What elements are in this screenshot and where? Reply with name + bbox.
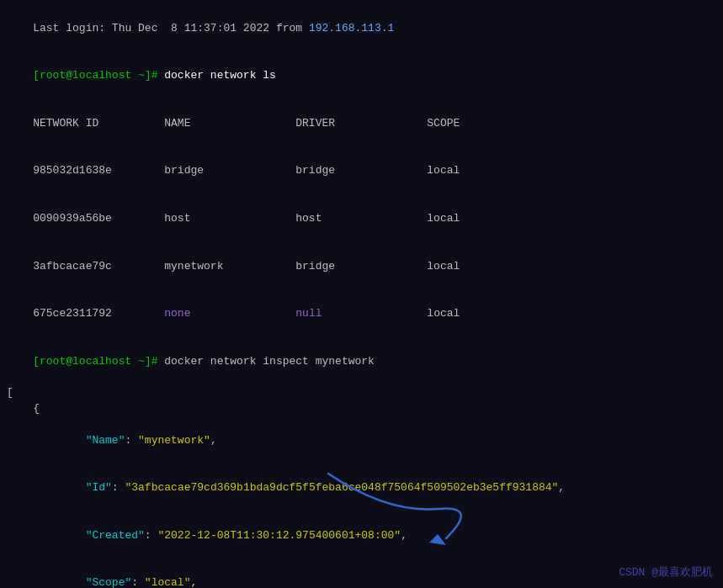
json-open-brace: { (7, 401, 716, 417)
terminal-window: Last login: Thu Dec 8 11:37:01 2022 from… (0, 0, 723, 588)
net-none-scope: local (322, 307, 460, 320)
net-bridge-id: 985032d1638e bridge bridge local (33, 164, 460, 177)
login-ip: 192.168.113.1 (309, 22, 394, 34)
inspect-cmd: docker network inspect mynetwork (157, 355, 374, 368)
json-name: "Name": "mynetwork", (7, 417, 716, 465)
cmd-inspect-line: [root@localhost ~]# docker network inspe… (7, 338, 716, 386)
net-none-name: none (164, 307, 190, 320)
net-host-line: 0090939a56be host host local (7, 195, 716, 243)
login-text: Last login: Thu Dec 8 11:37:01 2022 (33, 22, 276, 34)
net-host-id: 0090939a56be host host local (33, 212, 460, 225)
net-none-driver: null (295, 307, 322, 320)
prompt-root: [root@localhost ~]# (33, 69, 157, 82)
net-none-driver-space (190, 307, 295, 320)
cmd-network-ls-line: [root@localhost ~]# docker network ls (7, 53, 716, 101)
net-mynetwork-id: 3afbcacae79c mynetwork bridge local (33, 260, 460, 273)
net-bridge-line: 985032d1638e bridge bridge local (7, 148, 716, 196)
inspect-prompt: [root@localhost ~]# (33, 355, 157, 368)
from-text: from (276, 22, 309, 34)
json-id: "Id": "3afbcacae79cd369b1bda9dcf5f5feba6… (7, 464, 716, 512)
net-none-line: 675ce2311792 none null local (7, 290, 716, 338)
header-text: NETWORK ID NAME DRIVER SCOPE (33, 117, 460, 130)
net-none-id: 675ce2311792 (33, 307, 164, 320)
network-header: NETWORK ID NAME DRIVER SCOPE (7, 100, 716, 148)
cmd-text: docker network ls (157, 69, 275, 82)
json-created: "Created": "2022-12-08T11:30:12.97540060… (7, 512, 716, 560)
watermark-text: CSDN @最喜欢肥机 (619, 566, 713, 579)
watermark: CSDN @最喜欢肥机 (619, 564, 713, 580)
json-open-bracket: [ (7, 385, 716, 401)
net-mynetwork-line: 3afbcacae79c mynetwork bridge local (7, 243, 716, 291)
last-login-line: Last login: Thu Dec 8 11:37:01 2022 from… (7, 5, 716, 53)
json-scope: "Scope": "local", (7, 560, 716, 588)
